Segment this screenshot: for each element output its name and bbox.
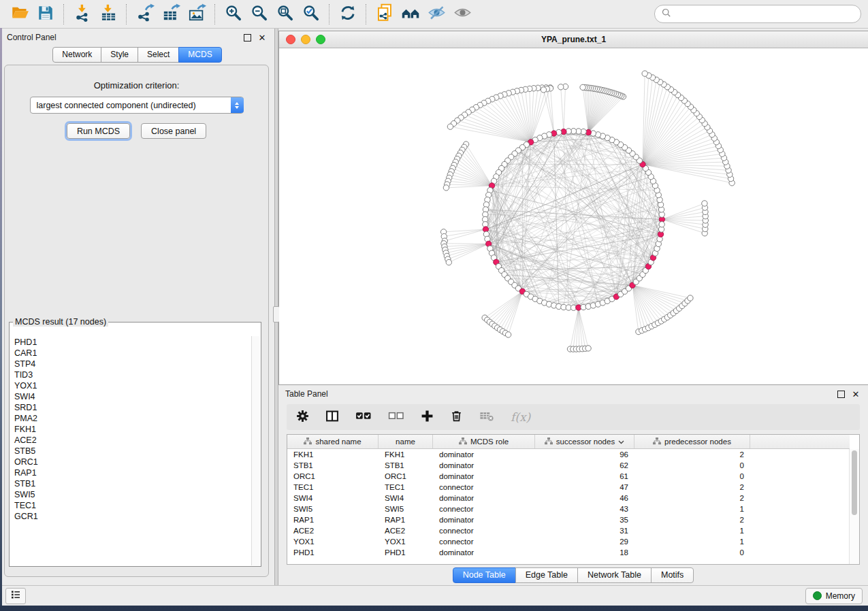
mcds-result-item[interactable]: STB5: [14, 446, 247, 457]
cell-predecessor-nodes: 1: [634, 527, 750, 535]
show-columns-button[interactable]: [325, 410, 339, 425]
tab-mcds[interactable]: MCDS: [178, 47, 221, 63]
column-label: successor nodes: [556, 437, 615, 446]
column-header-filler: [750, 435, 850, 448]
tab-network-table[interactable]: Network Table: [577, 567, 652, 583]
unchecked-boxes-icon: [388, 411, 404, 424]
mcds-result-item[interactable]: SRD1: [14, 402, 247, 413]
mcds-result-item[interactable]: GCR1: [14, 511, 247, 522]
column-label: MCDS role: [470, 437, 509, 446]
column-header-name[interactable]: name: [379, 435, 433, 448]
cell-successor-nodes: 43: [535, 505, 634, 513]
tab-node-table[interactable]: Node Table: [453, 567, 516, 583]
export-image-button[interactable]: [184, 3, 210, 26]
import-table-button[interactable]: [95, 3, 121, 26]
tab-select[interactable]: Select: [138, 47, 179, 63]
cell-predecessor-nodes: 0: [634, 461, 750, 469]
close-panel-button[interactable]: ✕: [257, 32, 268, 43]
close-mcds-panel-button[interactable]: Close panel: [141, 123, 206, 139]
column-header-successor-nodes[interactable]: successor nodes: [535, 435, 634, 448]
cell-predecessor-nodes: 0: [634, 472, 750, 480]
add-column-button[interactable]: [421, 410, 434, 425]
delete-column-button[interactable]: [450, 410, 463, 425]
mcds-result-item[interactable]: ACE2: [14, 435, 247, 446]
mcds-result-item[interactable]: CAR1: [14, 348, 247, 359]
column-header-mcds-role[interactable]: MCDS role: [433, 435, 535, 448]
task-status-button[interactable]: [5, 588, 26, 604]
select-all-button[interactable]: [355, 411, 372, 424]
fx-icon: f(x): [511, 410, 530, 424]
network-canvas[interactable]: [279, 48, 868, 384]
deselect-all-button[interactable]: [388, 411, 404, 424]
export-network-button[interactable]: [132, 3, 158, 26]
column-header-shared-name[interactable]: shared name: [287, 435, 379, 448]
zoom-selected-button[interactable]: [298, 3, 324, 26]
table-row[interactable]: SWI4SWI4dominator462: [287, 493, 850, 503]
cell-shared-name: SWI4: [287, 494, 379, 502]
save-session-button[interactable]: [33, 3, 59, 26]
hierarchy-icon: [304, 437, 312, 446]
panel-splitter[interactable]: [274, 29, 278, 585]
tab-motifs[interactable]: Motifs: [651, 567, 694, 583]
mcds-result-item[interactable]: FKH1: [14, 424, 247, 435]
cell-successor-nodes: 31: [535, 527, 634, 535]
mcds-result-item[interactable]: PHD1: [14, 337, 247, 348]
mcds-result-item[interactable]: RAP1: [14, 467, 247, 478]
close-table-panel-button[interactable]: ✕: [850, 389, 861, 399]
table-row[interactable]: YOX1YOX1connector291: [287, 536, 850, 547]
mcds-result-item[interactable]: ORC1: [14, 457, 247, 467]
cell-name: SWI5: [379, 505, 433, 513]
table-row[interactable]: ACE2ACE2connector311: [287, 525, 850, 536]
function-builder-button[interactable]: f(x): [511, 410, 530, 424]
table-options-button[interactable]: [296, 410, 309, 425]
tab-style[interactable]: Style: [101, 47, 138, 63]
mcds-result-item[interactable]: STP4: [14, 359, 247, 369]
zoom-fit-button[interactable]: [272, 3, 298, 26]
search-input[interactable]: [675, 9, 854, 20]
table-row[interactable]: FKH1FKH1dominator962: [287, 449, 850, 460]
float-table-panel-button[interactable]: [835, 389, 846, 399]
memory-button[interactable]: Memory: [805, 588, 863, 604]
application-window: Control Panel ✕ NetworkStyleSelectMCDS O…: [0, 0, 868, 606]
network-search-box[interactable]: [654, 5, 861, 23]
node-table: shared namenameMCDS rolesuccessor nodesp…: [287, 434, 860, 565]
table-row[interactable]: PHD1PHD1dominator180: [287, 547, 850, 558]
hide-selected-button[interactable]: [423, 3, 449, 26]
import-network-button[interactable]: [69, 3, 95, 26]
mcds-result-item[interactable]: STB1: [14, 478, 247, 489]
show-all-button[interactable]: [449, 3, 475, 26]
apply-layout-button[interactable]: [335, 3, 361, 26]
mcds-result-item[interactable]: SWI5: [14, 489, 247, 500]
table-row[interactable]: SWI5SWI5connector431: [287, 503, 850, 514]
table-row[interactable]: RAP1RAP1dominator352: [287, 514, 850, 525]
tab-edge-table[interactable]: Edge Table: [515, 567, 578, 583]
mcds-result-item[interactable]: PMA2: [14, 413, 247, 424]
cell-predecessor-nodes: 2: [634, 483, 750, 491]
delete-table-button[interactable]: [479, 410, 494, 425]
mcds-result-item[interactable]: TEC1: [14, 500, 247, 511]
table-row[interactable]: STB1STB1dominator620: [287, 460, 850, 471]
table-scrollbar[interactable]: [849, 449, 859, 564]
export-table-button[interactable]: [158, 3, 184, 26]
new-network-from-selection-button[interactable]: [372, 3, 398, 26]
toolbar-separator: [366, 4, 367, 24]
mcds-result-item[interactable]: SWI4: [14, 391, 247, 402]
mcds-result-item[interactable]: TID3: [14, 369, 247, 380]
network-graph[interactable]: [279, 48, 868, 384]
table-row[interactable]: TEC1TEC1connector472: [287, 482, 850, 493]
run-mcds-button[interactable]: Run MCDS: [67, 123, 130, 139]
tab-network[interactable]: Network: [52, 47, 101, 63]
mcds-result-title: MCDS result (17 nodes): [13, 317, 108, 327]
result-list-scrollbar[interactable]: [251, 336, 260, 565]
scrollbar-thumb[interactable]: [852, 450, 857, 515]
zoom-out-button[interactable]: [246, 3, 272, 26]
column-header-predecessor-nodes[interactable]: predecessor nodes: [634, 435, 750, 448]
mcds-result-item[interactable]: YOX1: [14, 380, 247, 391]
zoom-in-button[interactable]: [221, 3, 246, 26]
open-file-button[interactable]: [7, 3, 33, 26]
criterion-dropdown[interactable]: largest connected component (undirected): [30, 97, 244, 114]
first-neighbors-icon: [401, 3, 420, 25]
table-row[interactable]: ORC1ORC1dominator610: [287, 471, 850, 482]
float-panel-button[interactable]: [242, 32, 253, 43]
first-neighbors-button[interactable]: [398, 3, 423, 26]
